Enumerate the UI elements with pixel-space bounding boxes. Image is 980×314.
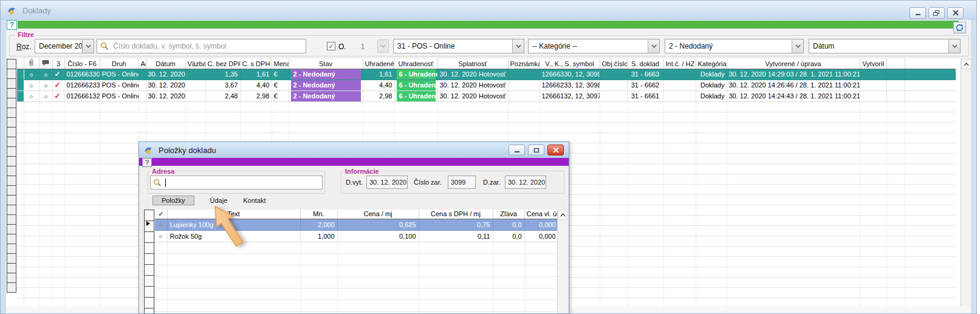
col-header-3[interactable]: 3 [52,59,64,69]
dialog-minimize-button[interactable] [509,145,525,155]
kategoria-cell: Doklady [696,69,727,80]
mena-cell: € [272,80,289,90]
item-row[interactable]: Rožok 50g 1,000 0,100 0,11 0,0 0,000 [155,230,558,242]
dialog-status-strip [139,158,569,166]
row-selector [7,117,16,128]
col-header-poznamka[interactable]: Poznámka [508,59,540,69]
items-dialog: Položky dokladu ? Adresa Informácie D.vy… [139,142,569,314]
col-header-stav[interactable]: Stav [289,59,363,69]
address-search-field[interactable] [150,176,323,189]
scroll-up-button[interactable] [558,210,567,220]
vertical-scrollbar[interactable] [557,210,567,313]
tab-polozky[interactable]: Položky [152,196,194,205]
col-header-vytvorene[interactable]: Vytvorené / úprava [727,59,860,69]
table-row[interactable]: ✓ 012666233 POS - Online 30. 12. 2020 3,… [17,80,956,90]
item-zlava-cell: 0,0 [493,219,524,230]
category-combobox[interactable]: -- Kategórie -- [528,39,660,53]
period-combobox[interactable]: December 20 [35,39,94,53]
close-icon [953,10,959,16]
close-icon [553,148,559,153]
dialog-maximize-button[interactable] [528,145,544,155]
table-row[interactable]: ✓ 012666330 POS - Online 30. 12. 2020 1,… [17,69,956,80]
minimize-button[interactable] [910,7,926,19]
o-checkbox[interactable]: ✓ [327,42,335,50]
uhradenost-cell: 6 - Uhradené [394,69,437,80]
row-selector [144,264,154,276]
search-input[interactable] [97,39,306,53]
col-header-uhradene[interactable]: Uhradené [363,59,394,69]
item-row[interactable]: Lupienky 100g 2,000 0,625 0,75 0,0 0,000 [155,219,558,230]
uhradene-cell: 1,61 [363,69,394,80]
dialog-help-button[interactable]: ? [142,158,152,167]
comment-icon[interactable] [39,59,52,69]
stav-cell: 2 - Nedodaný [289,80,363,90]
col-header-uhradenost[interactable]: Uhradenosť [394,59,437,69]
col-header-adresa[interactable]: Ac [139,59,146,69]
col-header-kategoria[interactable]: Kategória [696,59,727,69]
col-header-zlava[interactable]: Zľava [493,210,524,219]
sdoklad-cell: 31 - 6661 [627,90,663,101]
vazba-cell [185,90,205,101]
col-header-vazba[interactable]: Väzba [185,59,205,69]
tab-udaje[interactable]: Údaje [210,196,228,205]
col-header-druh[interactable]: Druh [100,59,139,69]
filler-cell [905,90,956,101]
dialog-close-button[interactable] [547,145,564,155]
col-header-vks-symbol[interactable]: V., K., S. symbol [540,59,600,69]
druh-cell: POS - Online [100,69,139,80]
col-header-mena[interactable]: Mena [272,59,289,69]
help-button[interactable]: ? [7,20,17,30]
tab-kontakt[interactable]: Kontakt [243,196,266,205]
item-mn-cell: 1,000 [300,230,337,242]
col-header-cbezdph[interactable]: C. bez DPH [205,59,240,69]
row-selector [7,78,16,89]
col-header-text[interactable]: Text [167,210,300,219]
col-header-objcislo[interactable]: Obj.číslo [600,59,627,69]
item-cena-cell: 0,625 [337,219,419,230]
delivery-state-combobox[interactable]: 2 - Nedodaný [665,39,804,53]
scroll-up-icon [964,63,969,66]
dialog-titlebar[interactable]: Položky dokladu [139,142,569,158]
kategoria-cell: Doklady [696,90,727,101]
col-header-sdoklad[interactable]: S. doklad [627,59,663,69]
row-selector [144,210,154,221]
restore-button[interactable] [928,7,945,19]
vytvorene-cell: 30. 12. 2020 14:24:43 / 28. 1. 2021 11:0… [727,90,860,101]
vytvorene-cell: 30. 12. 2020 14:26:46 / 28. 1. 2021 11:0… [727,80,860,90]
extra-cell [886,69,905,80]
col-header-vytvoril[interactable]: Vytvoril [860,59,886,69]
close-button[interactable] [947,7,964,19]
col-header-cenavl[interactable]: Cena vl. účet / MJ [524,210,558,219]
row-selector [144,297,154,309]
col-header-csdph[interactable]: C. s DPH [240,59,272,69]
sort-value: Dátum [809,42,948,50]
kategoria-cell: Doklady [696,80,727,90]
col-header-intc-hz[interactable]: Int.č. / HZ [663,59,696,69]
refresh-button[interactable] [953,22,966,33]
col-header-splatnost[interactable]: Splatnosť [437,59,508,69]
comment-cell [39,90,52,101]
empty-row [155,311,558,313]
col-header-mn[interactable]: Mn. [300,210,337,219]
col-header-cislo[interactable]: Číslo - F6 [64,59,100,69]
item-cena-cell: 0,100 [337,230,419,242]
main-titlebar: Doklady [1,1,976,20]
category-value: -- Kategórie -- [529,42,648,50]
vertical-scrollbar[interactable] [961,59,971,308]
paid-badge: 6 - Uhradené [397,69,436,80]
druh-cell: POS - Online [100,80,139,90]
col-header-datum[interactable]: Dátum [146,59,185,69]
col-header-cena[interactable]: Cena / mj [337,210,419,219]
col-header-cenadph[interactable]: Cena s DPH / mj [419,210,493,219]
register-combobox[interactable]: 31 - POS - Online [393,39,524,53]
row-selector [144,275,154,287]
col-header-check[interactable]: ✓ [155,210,167,219]
scroll-up-button[interactable] [961,59,971,69]
sort-combobox[interactable]: Dátum [809,39,961,53]
table-row[interactable]: ✓ 012666132 POS - Online 30. 12. 2020 2,… [17,90,956,101]
vytvoril-cell [860,69,886,80]
attachment-cell [24,80,39,90]
empty-row [155,265,558,276]
paperclip-icon[interactable] [24,59,39,69]
row-selector [7,234,16,244]
